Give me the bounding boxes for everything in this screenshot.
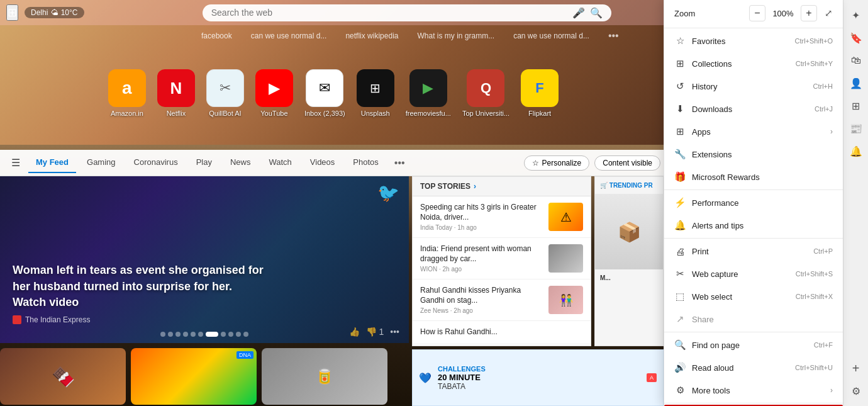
top-stories-panel: TOP STORIES › Speeding car hits 3 girls …: [412, 176, 591, 346]
hero-more-button[interactable]: •••: [390, 327, 399, 337]
zoom-expand-button[interactable]: ⤢: [825, 8, 833, 19]
moretools-arrow-icon: ›: [830, 386, 833, 395]
site-icon-label: Inbox (2,393): [304, 110, 345, 117]
personalize-button[interactable]: ☆ Personalize: [524, 155, 590, 171]
extensions-icon: 🔧: [674, 149, 686, 160]
search-input[interactable]: [211, 8, 567, 18]
trending-product-image[interactable]: 📦: [595, 194, 663, 269]
carousel-dot: [198, 332, 203, 337]
performance-icon: ⚡: [674, 197, 686, 208]
menu-item-moretools[interactable]: ⚙ More tools ›: [664, 379, 843, 402]
favorites-shortcut: Ctrl+Shift+O: [794, 37, 833, 45]
menu-item-downloads[interactable]: ⬇ Downloads Ctrl+J: [664, 98, 843, 120]
challenges-panel[interactable]: 💙 CHALLENGES 20 MINUTE TABATA A: [412, 349, 664, 406]
menu-item-webcapture[interactable]: ✂ Web capture Ctrl+Shift+S: [664, 262, 843, 285]
menu-item-apps[interactable]: ⊞ Apps ›: [664, 120, 843, 143]
bell-sidebar-icon[interactable]: 🔔: [846, 141, 866, 161]
tab-coronavirus[interactable]: Coronavirus: [126, 152, 186, 173]
news-sidebar-icon[interactable]: 📰: [846, 118, 866, 138]
share-icon: ↗: [674, 313, 686, 325]
hero-thumbsup-button[interactable]: 👍: [349, 327, 360, 337]
downloads-icon: ⬇: [674, 103, 686, 115]
menu-item-webselect[interactable]: ⬚ Web select Ctrl+Shift+X: [664, 285, 843, 308]
tab-photos[interactable]: Photos: [345, 152, 386, 173]
story-meta-3: Zee News · 2h ago: [420, 307, 542, 314]
shortcut-netflix[interactable]: netflix wikipedia: [345, 31, 398, 40]
twitter-icon: 🐦: [377, 183, 399, 203]
story-text-2: India: Friend present with woman dragged…: [420, 244, 542, 272]
tab-news[interactable]: News: [223, 152, 259, 173]
performance-label: Performance: [692, 198, 833, 208]
zoom-plus-button[interactable]: +: [801, 5, 817, 21]
shortcut-1[interactable]: can we use normal d...: [251, 31, 327, 40]
search-bar[interactable]: 🎤 🔍: [203, 4, 611, 21]
content-visible-button[interactable]: Content visible: [594, 155, 660, 171]
menu-item-share[interactable]: ↗ Share: [664, 308, 843, 330]
site-icon-unsplash[interactable]: ⊞ Unsplash: [357, 69, 394, 117]
story-meta-2: WION · 2h ago: [420, 266, 542, 273]
carousel-dot: [228, 332, 233, 337]
site-icon-amazon[interactable]: a Amazon.in: [108, 69, 146, 117]
apps-grid-button[interactable]: ⊞: [6, 4, 18, 21]
story-item-2[interactable]: India: Friend present with woman dragged…: [413, 238, 591, 279]
hero-thumbsdown-button[interactable]: 👎 1: [366, 327, 384, 337]
shortcut-2[interactable]: can we use normal d...: [513, 31, 589, 40]
shortcuts-bar: facebook can we use normal d... netflix …: [0, 26, 667, 45]
history-icon: ↺: [674, 81, 686, 92]
menu-item-alerts[interactable]: 🔔 Alerts and tips: [664, 214, 843, 237]
carousel-dot: [160, 332, 165, 337]
site-icon-gmail[interactable]: ✉ Inbox (2,393): [304, 69, 345, 117]
menu-item-findonpage[interactable]: 🔍 Find on page Ctrl+F: [664, 334, 843, 356]
shortcut-grammar[interactable]: What is my in gramm...: [417, 31, 494, 40]
tab-watch[interactable]: Watch: [261, 152, 299, 173]
tab-videos[interactable]: Videos: [303, 152, 343, 173]
menu-item-extensions[interactable]: 🔧 Extensions: [664, 143, 843, 166]
site-icon-netflix[interactable]: N Netflix: [157, 69, 195, 117]
site-icon-flipkart[interactable]: F Flipkart: [521, 69, 559, 117]
menu-item-history[interactable]: ↺ History Ctrl+H: [664, 75, 843, 98]
feed-tabs-more[interactable]: •••: [389, 155, 410, 171]
add-sidebar-button[interactable]: +: [846, 358, 866, 378]
shortcuts-more[interactable]: •••: [608, 30, 619, 42]
site-icon-freemovies[interactable]: ▶ freemoviesfu...: [406, 69, 451, 117]
shortcut-facebook[interactable]: facebook: [201, 31, 232, 40]
carousel-dot: [243, 332, 248, 337]
story-item-3[interactable]: Rahul Gandhi kisses Priyanka Gandhi on s…: [413, 279, 591, 321]
story-text-1: Speeding car hits 3 girls in Greater Noi…: [420, 203, 542, 230]
print-label: Print: [692, 247, 807, 256]
zoom-minus-button[interactable]: −: [749, 5, 765, 21]
menu-item-print[interactable]: 🖨 Print Ctrl+P: [664, 240, 843, 262]
bag-sidebar-icon[interactable]: 🛍: [846, 50, 866, 70]
tab-gaming[interactable]: Gaming: [79, 152, 123, 173]
site-icon-universities[interactable]: Q Top Universiti...: [462, 69, 509, 117]
search-icon[interactable]: 🔍: [590, 7, 603, 19]
findonpage-label: Find on page: [692, 341, 808, 350]
menu-item-performance[interactable]: ⚡ Performance: [664, 191, 843, 214]
carousel-dot: [175, 332, 181, 337]
story-item-4[interactable]: How is Rahul Gandhi...: [413, 321, 591, 344]
menu-item-rewards[interactable]: 🎁 Microsoft Rewards: [664, 166, 843, 188]
site-icon-youtube[interactable]: ▶ YouTube: [255, 69, 293, 117]
menu-item-collections[interactable]: ⊞ Collections Ctrl+Shift+Y: [664, 52, 843, 75]
bottom-cards-row: [0, 349, 421, 406]
site-icon-quillbot[interactable]: ✂ QuillBot AI: [206, 69, 244, 117]
hero-card[interactable]: 🐦 Woman left in tears as event she organ…: [0, 176, 409, 343]
profile-sidebar-icon[interactable]: 👤: [846, 73, 866, 93]
moretools-icon: ⚙: [674, 385, 686, 396]
tab-play[interactable]: Play: [189, 152, 220, 173]
star-icon: ☆: [532, 159, 539, 167]
gear-sidebar-icon[interactable]: ⚙: [846, 381, 866, 401]
bookmark-sidebar-icon[interactable]: 🔖: [846, 28, 866, 48]
collections-sidebar-btn[interactable]: ⊞: [846, 96, 866, 116]
sparkle-sidebar-icon[interactable]: ✦: [846, 5, 866, 25]
site-icon-label: Amazon.in: [111, 110, 143, 117]
print-shortcut: Ctrl+P: [813, 247, 833, 255]
menu-item-favorites[interactable]: ☆ Favorites Ctrl+Shift+O: [664, 30, 843, 52]
microphone-icon[interactable]: 🎤: [572, 7, 585, 19]
menu-item-readaloud[interactable]: 🔊 Read aloud Ctrl+Shift+U: [664, 356, 843, 379]
favorites-label: Favorites: [692, 37, 788, 46]
tab-my-feed[interactable]: My Feed: [28, 152, 76, 173]
feed-menu-button[interactable]: ☰: [6, 154, 25, 171]
site-icon-label: Flipkart: [528, 110, 551, 117]
story-item-1[interactable]: Speeding car hits 3 girls in Greater Noi…: [413, 196, 591, 238]
